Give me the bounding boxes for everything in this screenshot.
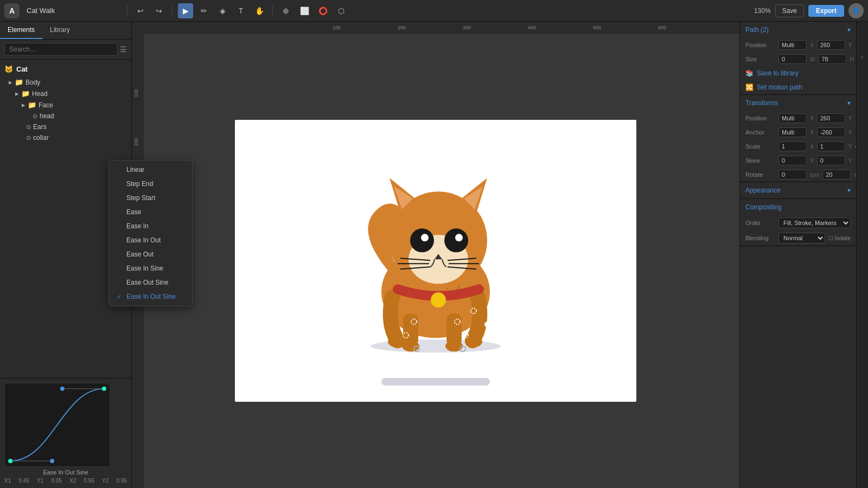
easing-ease-out[interactable]: Ease Out [109,247,192,261]
svg-text:200: 200 [398,25,406,30]
save-button[interactable]: Save [775,4,804,17]
grid-tool[interactable]: ⬡ [334,3,349,18]
appearance-section: Appearance ▾ [740,182,856,199]
svg-point-34 [444,228,468,252]
blending-select[interactable]: Normal [778,233,825,243]
order-label: Order [745,220,775,226]
tree-item-head-shape[interactable]: ⊙ head [0,111,131,121]
position-y-input[interactable] [817,40,845,50]
tf-anchor-y-input[interactable] [817,127,845,137]
easing-ease-out-sine[interactable]: Ease Out Sine [109,275,192,290]
tree-item-collar[interactable]: ⊙ collar [0,132,131,143]
tf-skew-x-input[interactable] [778,156,807,165]
right-panel-collapse-btn[interactable]: › [856,22,868,488]
undo-btn[interactable]: ↩ [133,3,148,18]
curve-label: Ease In Out Sine [4,469,127,476]
frame-tool[interactable]: ⬜ [297,3,312,18]
blending-row: Blending Normal ☐ Isolate [740,230,856,246]
tf-scale-row: Scale X Y ⇔ [740,139,856,153]
tf-rotate-row: Rotate turn seg ↻ [740,168,856,182]
tf-ax-unit: X [810,130,814,136]
tf-rotate-label: Rotate [745,171,775,178]
tree-item-face[interactable]: ▸ 📁 Face [0,99,131,111]
appearance-title[interactable]: Appearance ▾ [740,182,856,198]
tree-item-label-ears: Ears [33,123,47,131]
isolate-label: Isolate [835,235,851,241]
tf-pos-x-input[interactable] [778,113,807,123]
svg-point-33 [410,228,434,252]
main-layout: Elements Library ☰ 🐱 Cat ▸ 📁 Body ▸ 📁 He… [0,22,868,488]
svg-point-6 [102,387,106,391]
hand-tool[interactable]: ✋ [252,3,267,18]
folder-icon-head: ▸ [15,89,19,98]
tf-turn-unit: turn [810,172,819,178]
order-select[interactable]: Fill, Stroke, Markers [778,217,851,228]
x-unit: X [810,42,814,48]
tf-scale-x-input[interactable] [778,142,807,151]
record-tool[interactable]: ⭕ [315,3,330,18]
text-tool[interactable]: T [233,3,248,18]
size-w-input[interactable] [778,54,807,64]
chevron-down-icon-2: ▾ [847,99,851,107]
easing-ease-label: Ease [126,208,141,216]
align-tool[interactable]: ⊕ [278,3,293,18]
compositing-section: Compositing Order Fill, Stroke, Markers … [740,199,856,246]
tf-skew-y-input[interactable] [817,156,845,165]
easing-ease-in-out-sine[interactable]: ✓Ease In Out Sine [109,290,192,304]
project-name-input[interactable] [23,5,122,16]
tab-library[interactable]: Library [42,22,78,39]
tree-item-body[interactable]: ▸ 📁 Body [0,76,131,88]
easing-ease-out-sine-label: Ease Out Sine [126,279,168,286]
animation-canvas [235,120,636,402]
tree-item-head[interactable]: ▸ 📁 Head [0,88,131,99]
right-panel: Path (2) ▾ Position X Y Size W H ⇔ [739,22,856,488]
pencil-tool[interactable]: ✏ [196,3,212,18]
size-h-input[interactable] [818,54,846,64]
tf-skx-unit: X [810,158,814,164]
isolate-checkbox[interactable]: ☐ Isolate [828,235,851,241]
shape-tool[interactable]: ◈ [215,3,230,18]
appearance-label: Appearance [745,187,781,194]
x2-val: 0.55 [84,478,94,484]
transforms-section: Transforms ▾ Position X Y Anchor X Y [740,95,856,182]
tree-item-label-head-shape: head [40,112,54,120]
separator3 [272,5,273,16]
app-logo: A [4,3,20,18]
check-ease-in-out-sine: ✓ [117,293,123,300]
easing-ease-in[interactable]: Ease In [109,219,192,233]
easing-ease-in-out[interactable]: Ease In Out [109,233,192,247]
tree-root[interactable]: 🐱 Cat [0,62,131,76]
easing-ease-in-out-label: Ease In Out [126,236,161,244]
easing-linear[interactable]: Linear [109,163,192,177]
tf-rotate-seg-input[interactable] [822,170,851,179]
tf-rotate-turn-input[interactable] [778,170,807,179]
tf-pos-y-input[interactable] [817,113,845,123]
set-motion-path-btn[interactable]: 🔀 Set motion path [740,80,856,94]
left-panel: Elements Library ☰ 🐱 Cat ▸ 📁 Body ▸ 📁 He… [0,22,132,488]
tf-scale-y-input[interactable] [817,142,845,151]
easing-step-start[interactable]: Step Start [109,191,192,205]
easing-step-end[interactable]: Step End [109,177,192,191]
position-x-input[interactable] [778,40,807,50]
export-button[interactable]: Export [808,5,844,17]
redo-btn[interactable]: ↪ [151,3,167,18]
transforms-title[interactable]: Transforms ▾ [740,95,856,111]
tree-item-ears[interactable]: ⊙ Ears [0,121,131,132]
easing-step-start-label: Step Start [126,194,155,202]
easing-ease-in-sine[interactable]: Ease In Sine [109,261,192,275]
tf-anchor-x-input[interactable] [778,127,807,137]
save-to-library-btn[interactable]: 📚 Save to library [740,66,856,80]
path-section-title[interactable]: Path (2) ▾ [740,22,856,38]
easing-ease[interactable]: Ease [109,205,192,219]
user-avatar[interactable]: 👤 [848,3,864,18]
list-view-icon[interactable]: ☰ [120,45,127,54]
compositing-label: Compositing [745,203,782,211]
easing-ease-out-label: Ease Out [126,251,154,258]
svg-point-35 [421,234,429,241]
tab-elements[interactable]: Elements [0,22,42,39]
save-lib-icon: 📚 [745,69,754,77]
tree-item-label-body: Body [25,79,40,86]
tf-x-unit: X [810,115,814,121]
select-tool[interactable]: ▶ [178,3,193,18]
search-input[interactable] [4,43,118,56]
